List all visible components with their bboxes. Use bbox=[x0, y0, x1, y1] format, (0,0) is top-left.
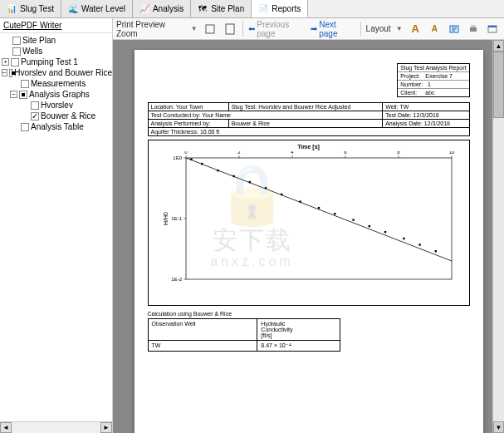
checkbox[interactable] bbox=[12, 47, 21, 56]
scroll-track[interactable] bbox=[12, 422, 100, 433]
svg-rect-7 bbox=[186, 158, 452, 279]
layout-label: Layout bbox=[366, 24, 391, 33]
water-level-icon: 🌊 bbox=[68, 4, 78, 14]
export-button[interactable] bbox=[446, 21, 462, 37]
svg-text:1E-1: 1E-1 bbox=[171, 216, 182, 221]
calc-well: TW bbox=[148, 341, 257, 352]
svg-rect-42 bbox=[418, 244, 420, 245]
zoom-to-width-button[interactable] bbox=[222, 21, 237, 37]
report-header-box: Slug Test Analysis Report Project:Exerci… bbox=[397, 63, 469, 97]
svg-rect-1 bbox=[226, 24, 234, 34]
checkbox[interactable] bbox=[11, 58, 19, 66]
tree-item-hvorslev[interactable]: −Hvorslev and Bouwer Rice bbox=[0, 67, 112, 78]
svg-rect-39 bbox=[368, 225, 369, 227]
svg-rect-3 bbox=[470, 27, 477, 32]
scroll-down-icon[interactable]: ▼ bbox=[493, 421, 504, 433]
svg-text:6: 6 bbox=[344, 151, 347, 155]
preview-toolbar: Print Preview Zoom ▼ ⬅ Previous page ➡ N… bbox=[113, 18, 504, 40]
svg-rect-6 bbox=[488, 26, 497, 27]
previous-page-button[interactable]: ⬅ Previous page bbox=[248, 20, 307, 38]
checkbox[interactable] bbox=[21, 80, 29, 88]
tree-label: Hvorslev and Bouwer Rice bbox=[14, 68, 112, 77]
tab-analysis[interactable]: 📈 Analysis bbox=[133, 0, 191, 17]
tree-item-bouwer[interactable]: Bouwer & Rice bbox=[0, 111, 112, 121]
next-page-button[interactable]: ➡ Next page bbox=[311, 20, 355, 38]
checkbox[interactable] bbox=[21, 123, 29, 131]
preview-v-scrollbar[interactable]: ▲ ▼ bbox=[492, 40, 504, 433]
svg-text:0: 0 bbox=[184, 151, 188, 155]
client-label: Client: bbox=[398, 89, 423, 96]
nav-label: Previous page bbox=[257, 20, 307, 38]
svg-text:2: 2 bbox=[237, 151, 241, 155]
number-label: Number: bbox=[398, 81, 425, 88]
sidebar-h-scrollbar[interactable]: ◄ ► bbox=[0, 421, 112, 433]
layout-dropdown-icon[interactable]: ▼ bbox=[394, 25, 404, 32]
tree-item-wells[interactable]: Wells bbox=[0, 46, 112, 57]
tree-item-analysis-table[interactable]: Analysis Table bbox=[0, 121, 112, 132]
performed-cell: Analysis Performed by: bbox=[148, 120, 228, 128]
tree-item-hv[interactable]: Hvorslev bbox=[0, 100, 112, 111]
method-cell: Bouwer & Rice bbox=[228, 120, 383, 128]
tab-label: Slug Test bbox=[20, 4, 54, 13]
tab-reports[interactable]: 📄 Reports bbox=[252, 0, 308, 17]
analysis-icon: 📈 bbox=[139, 4, 149, 14]
print-preview-area[interactable]: Slug Test Analysis Report Project:Exerci… bbox=[113, 40, 504, 433]
svg-rect-28 bbox=[190, 158, 192, 160]
expand-icon[interactable]: + bbox=[2, 58, 9, 66]
scroll-right-icon[interactable]: ► bbox=[100, 422, 112, 433]
checkbox[interactable] bbox=[31, 101, 39, 110]
svg-rect-38 bbox=[352, 219, 354, 220]
checkbox[interactable] bbox=[12, 37, 21, 45]
nav-label: Next page bbox=[319, 20, 355, 38]
tab-label: Water Level bbox=[81, 4, 125, 13]
svg-text:8: 8 bbox=[397, 151, 400, 155]
sidebar-title: CutePDF Writer bbox=[0, 18, 112, 33]
tree-item-pumping[interactable]: +Pumping Test 1 bbox=[0, 57, 112, 67]
tree-label: Pumping Test 1 bbox=[21, 57, 78, 66]
client-value: abc bbox=[423, 89, 437, 96]
analysis-chart: Time [s] 02468101E01E-11E-2H/H0 bbox=[148, 140, 470, 306]
svg-rect-40 bbox=[384, 231, 385, 233]
checkbox[interactable] bbox=[31, 112, 39, 121]
arrow-left-icon: ⬅ bbox=[248, 24, 255, 33]
tab-label: Site Plan bbox=[211, 4, 244, 13]
scroll-left-icon[interactable]: ◄ bbox=[0, 422, 12, 433]
collapse-icon[interactable]: − bbox=[2, 69, 7, 76]
sidebar: CutePDF Writer Site Plan Wells +Pumping … bbox=[0, 18, 113, 433]
scroll-up-icon[interactable]: ▲ bbox=[493, 40, 504, 52]
tree-item-site-plan[interactable]: Site Plan bbox=[0, 35, 112, 46]
checkbox[interactable] bbox=[19, 91, 27, 99]
testdate-cell: Test Date: 12/3/2018 bbox=[383, 111, 469, 120]
font-smaller-button[interactable]: A bbox=[427, 21, 443, 37]
collapse-icon[interactable]: − bbox=[10, 91, 17, 98]
tab-slug-test[interactable]: 📊 Slug Test bbox=[0, 0, 61, 17]
tree-item-analysis-graphs[interactable]: −Analysis Graphs bbox=[0, 89, 112, 100]
font-larger-button[interactable]: A bbox=[408, 21, 423, 37]
svg-rect-34 bbox=[281, 194, 282, 195]
tab-site-plan[interactable]: 🗺 Site Plan bbox=[191, 0, 252, 17]
tree-label: Bouwer & Rice bbox=[41, 111, 95, 121]
scroll-track[interactable] bbox=[493, 118, 504, 421]
well-cell: Well: TW bbox=[383, 103, 469, 111]
tab-water-level[interactable]: 🌊 Water Level bbox=[61, 0, 133, 17]
zoom-to-page-button[interactable] bbox=[203, 21, 218, 37]
svg-text:1E-2: 1E-2 bbox=[171, 277, 182, 282]
conducted-cell: Test Conducted by: Your Name bbox=[148, 111, 383, 120]
svg-text:H/H0: H/H0 bbox=[163, 212, 169, 225]
content-area: Print Preview Zoom ▼ ⬅ Previous page ➡ N… bbox=[113, 18, 504, 433]
chart-svg: 02468101E01E-11E-2H/H0 bbox=[155, 151, 462, 293]
calc-table: Observation Well Hydraulic Conductivity … bbox=[148, 318, 341, 352]
zoom-dropdown-icon[interactable]: ▼ bbox=[189, 25, 199, 32]
print-button[interactable] bbox=[465, 21, 481, 37]
calc-col1: Observation Well bbox=[148, 319, 257, 341]
calc-title: Calculation using Bouwer & Rice bbox=[148, 311, 470, 317]
checkbox[interactable] bbox=[9, 69, 13, 77]
svg-rect-37 bbox=[334, 213, 335, 214]
svg-rect-35 bbox=[299, 200, 301, 202]
settings-button[interactable] bbox=[485, 21, 501, 37]
tree-item-measurements[interactable]: Measurements bbox=[0, 78, 112, 89]
report-meta-table: Location: Your Town Slug Test: Hvorslev … bbox=[148, 102, 470, 136]
slugtest-cell: Slug Test: Hvorslev and Bouwer Rice Adju… bbox=[228, 103, 383, 111]
scroll-thumb[interactable] bbox=[493, 52, 504, 118]
reports-icon: 📄 bbox=[258, 3, 268, 13]
